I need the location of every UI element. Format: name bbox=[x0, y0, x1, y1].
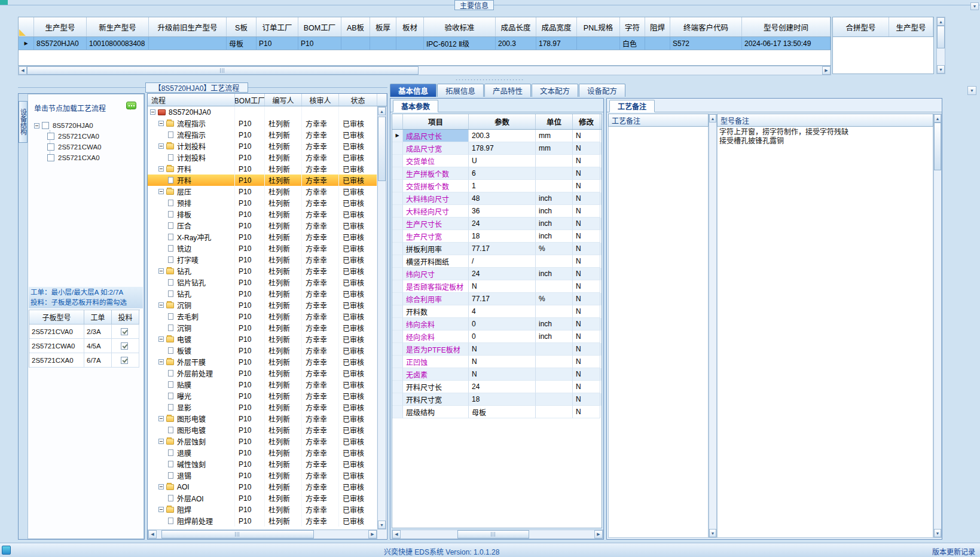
main-grid-hscrollbar[interactable]: ◀ ▶ bbox=[18, 66, 831, 75]
flow-step-row[interactable]: 排板P10杜列新方幸幸已审核 bbox=[148, 209, 377, 220]
model-note-vscrollbar[interactable]: ▲ ▼ bbox=[933, 114, 942, 538]
flow-step-row[interactable]: 曝光P10杜列新方幸幸已审核 bbox=[148, 390, 377, 402]
param-row[interactable]: ▶成品尺寸长200.3mmN bbox=[392, 130, 602, 142]
column-header[interactable]: 订单工厂 bbox=[257, 17, 298, 36]
feed-checkbox[interactable] bbox=[121, 342, 128, 350]
expand-collapse-icon[interactable] bbox=[158, 268, 164, 274]
flow-step-row[interactable]: 压合P10杜列新方幸幸已审核 bbox=[148, 220, 377, 231]
column-header[interactable]: 阻焊 bbox=[645, 17, 670, 36]
param-value[interactable]: N bbox=[469, 356, 536, 368]
param-row[interactable]: 成品尺寸宽178.97mmN bbox=[392, 142, 602, 155]
flow-step-row[interactable]: 计划投料P10杜列新方幸幸已审核 bbox=[148, 152, 377, 163]
tree-node[interactable]: 2S5721CVA0 bbox=[47, 131, 144, 142]
expand-collapse-icon[interactable] bbox=[158, 166, 164, 172]
grid-cell[interactable]: 200.3 bbox=[496, 37, 536, 50]
param-column-header[interactable]: 单位 bbox=[536, 114, 573, 129]
param-value[interactable]: 1 bbox=[469, 180, 536, 192]
flow-column-header[interactable]: 核审人 bbox=[302, 94, 339, 106]
flow-step-row[interactable]: 钻孔P10杜列新方幸幸已审核 bbox=[148, 265, 377, 277]
param-row[interactable]: 大料纬向尺寸48inchN bbox=[392, 192, 602, 205]
param-value[interactable]: 0 bbox=[469, 330, 536, 343]
grid-cell[interactable] bbox=[645, 37, 670, 50]
param-value[interactable]: N bbox=[469, 280, 536, 293]
column-header[interactable]: 升级前旧生产型号 bbox=[149, 17, 227, 36]
column-header[interactable]: 终端客户代码 bbox=[670, 17, 742, 36]
param-value[interactable]: 0 bbox=[469, 318, 536, 330]
scroll-up-button[interactable]: ▲ bbox=[934, 114, 941, 123]
grid-cell[interactable] bbox=[341, 37, 370, 50]
param-value[interactable]: 18 bbox=[469, 230, 536, 243]
flow-step-row[interactable]: 预排P10杜列新方幸幸已审核 bbox=[148, 197, 377, 209]
scroll-thumb[interactable] bbox=[27, 66, 419, 75]
scroll-right-button[interactable]: ▶ bbox=[822, 66, 831, 75]
flow-step-row[interactable]: AOIP10杜列新方幸幸已审核 bbox=[148, 481, 377, 492]
flow-vscrollbar[interactable]: ▲ ▼ bbox=[377, 106, 386, 530]
grid-cell[interactable] bbox=[577, 37, 620, 50]
column-header[interactable]: PNL规格 bbox=[577, 17, 620, 36]
detail-tab-2[interactable]: 拓展信息 bbox=[437, 84, 484, 97]
tree-root-node[interactable]: 8S5720HJA0 bbox=[34, 120, 144, 131]
column-header[interactable]: BOM工厂 bbox=[298, 17, 341, 36]
scroll-left-button[interactable]: ◀ bbox=[392, 530, 401, 538]
side-column-header[interactable]: 生产型号 bbox=[889, 17, 933, 36]
sub-table-column-header[interactable]: 子板型号 bbox=[29, 310, 84, 325]
param-value[interactable]: 24 bbox=[469, 218, 536, 230]
flow-step-row[interactable]: X-Ray冲孔P10杜列新方幸幸已审核 bbox=[148, 231, 377, 243]
detail-tab-1[interactable]: 基本信息 bbox=[390, 84, 436, 97]
scroll-thumb[interactable] bbox=[378, 117, 386, 181]
param-value[interactable]: / bbox=[469, 255, 536, 268]
flow-column-header[interactable]: 编写人 bbox=[265, 94, 302, 106]
grid-cell[interactable]: 178.97 bbox=[536, 37, 577, 50]
scroll-up-button[interactable]: ▲ bbox=[937, 17, 945, 26]
sub-table-column-header[interactable]: 工单 bbox=[84, 310, 112, 325]
scroll-thumb[interactable] bbox=[934, 123, 941, 170]
top-grid-vscrollbar[interactable]: ▲ ▼ bbox=[936, 17, 945, 74]
model-note-body[interactable]: 字符上开窗，捞字符制作，接受字符残缺 接受槽孔披锋孔露铜 bbox=[717, 127, 933, 538]
param-value[interactable]: 24 bbox=[469, 381, 536, 393]
model-note-header[interactable]: 型号备注 bbox=[717, 114, 933, 127]
scroll-thumb[interactable] bbox=[161, 530, 314, 538]
expand-collapse-icon[interactable] bbox=[158, 439, 164, 444]
param-value[interactable]: 24 bbox=[469, 268, 536, 280]
flow-step-row[interactable]: 开料P10杜列新方幸幸已审核 bbox=[148, 175, 377, 186]
flow-step-row[interactable]: 阻焊P10杜列新方幸幸已审核 bbox=[148, 504, 377, 515]
flow-step-row[interactable]: 退膜P10杜列新方幸幸已审核 bbox=[148, 447, 377, 458]
expand-collapse-icon[interactable] bbox=[158, 189, 164, 194]
grid-cell[interactable]: 母板 bbox=[227, 37, 257, 50]
param-value[interactable]: 6 bbox=[469, 167, 536, 180]
horizontal-splitter[interactable]: ······················· bbox=[0, 76, 980, 82]
flow-step-row[interactable]: 板镀P10杜列新方幸幸已审核 bbox=[148, 345, 377, 356]
version-history-link[interactable]: 版本更新记录 bbox=[932, 546, 975, 556]
flow-step-row[interactable]: 沉铜P10杜列新方幸幸已审核 bbox=[148, 322, 377, 333]
detail-tab-4[interactable]: 文本配方 bbox=[532, 84, 578, 97]
detail-tab-3[interactable]: 产品特性 bbox=[484, 84, 531, 97]
grid-corner-cell[interactable] bbox=[19, 17, 34, 36]
scroll-track[interactable] bbox=[709, 123, 716, 529]
grid-cell[interactable]: S572 bbox=[670, 37, 742, 50]
scroll-track[interactable] bbox=[27, 66, 822, 75]
flow-column-header[interactable]: 状态 bbox=[339, 94, 377, 106]
param-value[interactable]: 178.97 bbox=[469, 142, 536, 155]
window-dropdown-button[interactable]: ▼ bbox=[970, 2, 979, 10]
param-row[interactable]: 纬向尺寸24inchN bbox=[392, 268, 602, 280]
flow-step-row[interactable]: 阻焊前处理P10杜列新方幸幸已审核 bbox=[148, 515, 377, 527]
param-row[interactable]: 正凹蚀NN bbox=[392, 356, 602, 368]
flow-step-row[interactable]: 外层前处理P10杜列新方幸幸已审核 bbox=[148, 368, 377, 379]
flow-hscrollbar[interactable]: ◀ ▶ bbox=[148, 530, 377, 539]
root-checkbox[interactable] bbox=[42, 122, 49, 129]
flow-step-row[interactable]: 去毛刺P10杜列新方幸幸已审核 bbox=[148, 311, 377, 322]
grid-cell[interactable]: IPC-6012 Ⅱ级 bbox=[424, 37, 496, 50]
scroll-left-button[interactable]: ◀ bbox=[148, 530, 157, 538]
param-value[interactable]: 母板 bbox=[469, 406, 536, 418]
param-value[interactable]: 36 bbox=[469, 205, 536, 218]
param-row[interactable]: 纬向余料0inchN bbox=[392, 318, 602, 330]
param-column-header[interactable]: 修改 bbox=[573, 114, 600, 129]
sub-table-row[interactable]: 2S5721CWA04/5A bbox=[29, 339, 140, 353]
flow-root-row[interactable]: 8S5720HJA0 bbox=[148, 106, 377, 118]
main-grid-selected-row[interactable]: ▶8S5720HJA010010800083408母板P10P10IPC-601… bbox=[18, 37, 831, 50]
side-column-header[interactable]: 合拼型号 bbox=[833, 17, 889, 36]
param-value[interactable]: 18 bbox=[469, 393, 536, 406]
param-value[interactable]: 4 bbox=[469, 305, 536, 318]
scroll-track[interactable] bbox=[937, 26, 945, 65]
expand-collapse-icon[interactable] bbox=[158, 143, 164, 149]
